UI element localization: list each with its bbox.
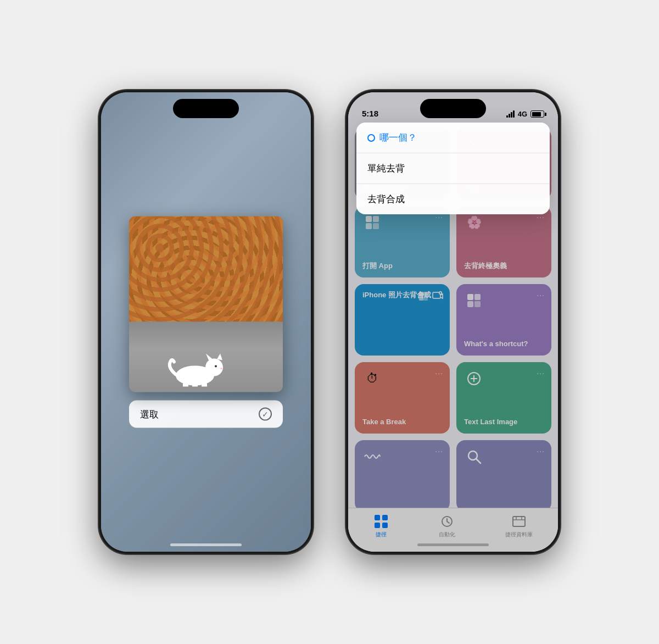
svg-rect-6 bbox=[202, 382, 207, 387]
popup-option2-label: 去背合成 bbox=[367, 194, 405, 204]
checkmark-icon: ✓ bbox=[259, 408, 272, 421]
home-indicator bbox=[170, 543, 242, 546]
popup-option1-label: 單純去背 bbox=[367, 163, 405, 174]
dynamic-island bbox=[173, 99, 239, 118]
popup-which-item[interactable]: 哪一個？ bbox=[356, 123, 550, 153]
popup-option2[interactable]: 去背合成 bbox=[356, 184, 550, 214]
svg-rect-5 bbox=[192, 382, 198, 387]
svg-marker-2 bbox=[206, 354, 213, 360]
svg-point-8 bbox=[221, 368, 222, 369]
svg-rect-4 bbox=[183, 382, 188, 387]
left-screen: 選取 ✓ bbox=[101, 92, 311, 552]
svg-point-1 bbox=[205, 359, 223, 376]
select-button[interactable]: 選取 ✓ bbox=[129, 401, 283, 428]
cat-silhouette bbox=[162, 348, 228, 387]
right-screen-content: 5:18 4G bbox=[348, 92, 558, 552]
right-screen: 5:18 4G bbox=[348, 92, 558, 552]
right-phone: 5:18 4G bbox=[346, 90, 560, 554]
popup-which-label: 哪一個？ bbox=[379, 131, 417, 144]
popup-menu: 哪一個？ 單純去背 去背合成 bbox=[356, 123, 550, 214]
select-button-label: 選取 bbox=[140, 408, 159, 420]
svg-point-7 bbox=[215, 365, 217, 368]
svg-marker-3 bbox=[217, 354, 222, 360]
photo-top bbox=[129, 216, 283, 322]
photo-bottom bbox=[129, 322, 283, 392]
coin-pattern bbox=[129, 216, 283, 322]
left-screen-content: 選取 ✓ bbox=[101, 92, 311, 552]
left-phone: 選取 ✓ bbox=[99, 90, 313, 554]
photo-frame bbox=[129, 216, 283, 392]
image-picker: 選取 ✓ bbox=[129, 216, 283, 428]
popup-option1[interactable]: 單純去背 bbox=[356, 153, 550, 184]
